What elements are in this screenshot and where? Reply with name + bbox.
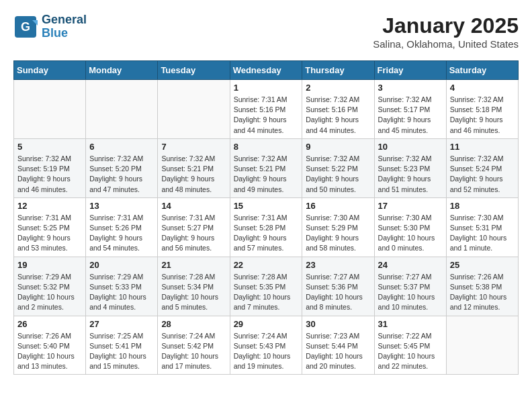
daylight-hours: Daylight: 10 hours and 17 minutes. [161, 352, 218, 370]
calendar-cell: 14 Sunrise: 7:31 AM Sunset: 5:27 PM Dayl… [158, 197, 230, 257]
daylight-hours: Daylight: 10 hours and 8 minutes. [306, 293, 363, 311]
day-info: Sunrise: 7:27 AM Sunset: 5:36 PM Dayligh… [306, 272, 370, 313]
day-info: Sunrise: 7:28 AM Sunset: 5:35 PM Dayligh… [234, 272, 299, 313]
daylight-hours: Daylight: 9 hours and 46 minutes. [17, 175, 71, 193]
calendar-cell: 30 Sunrise: 7:23 AM Sunset: 5:44 PM Dayl… [302, 316, 374, 375]
day-number: 28 [161, 319, 226, 329]
col-friday: Friday [374, 61, 446, 80]
day-info: Sunrise: 7:32 AM Sunset: 5:21 PM Dayligh… [234, 154, 299, 195]
daylight-hours: Daylight: 9 hours and 57 minutes. [234, 234, 287, 252]
calendar-cell: 15 Sunrise: 7:31 AM Sunset: 5:28 PM Dayl… [230, 197, 302, 257]
daylight-hours: Daylight: 10 hours and 2 minutes. [17, 293, 75, 311]
sunset-time: Sunset: 5:31 PM [450, 224, 502, 232]
sunset-time: Sunset: 5:28 PM [234, 224, 286, 232]
sunrise-time: Sunrise: 7:28 AM [161, 273, 215, 281]
calendar-cell: 25 Sunrise: 7:26 AM Sunset: 5:38 PM Dayl… [446, 257, 518, 316]
daylight-hours: Daylight: 9 hours and 48 minutes. [161, 175, 214, 193]
day-number: 24 [378, 260, 443, 270]
daylight-hours: Daylight: 10 hours and 13 minutes. [17, 352, 75, 370]
day-info: Sunrise: 7:31 AM Sunset: 5:26 PM Dayligh… [89, 213, 154, 254]
day-number: 11 [450, 142, 515, 152]
daylight-hours: Daylight: 10 hours and 0 minutes. [378, 234, 435, 252]
day-info: Sunrise: 7:32 AM Sunset: 5:19 PM Dayligh… [17, 154, 82, 195]
sunset-time: Sunset: 5:45 PM [378, 342, 431, 350]
sunset-time: Sunset: 5:32 PM [17, 283, 70, 291]
sunrise-time: Sunrise: 7:22 AM [378, 332, 432, 340]
day-number: 29 [234, 319, 299, 329]
sunrise-time: Sunrise: 7:32 AM [306, 95, 359, 103]
day-number: 13 [89, 201, 154, 211]
day-info: Sunrise: 7:26 AM Sunset: 5:38 PM Dayligh… [450, 272, 515, 313]
day-info: Sunrise: 7:29 AM Sunset: 5:32 PM Dayligh… [17, 272, 82, 313]
sunrise-time: Sunrise: 7:28 AM [234, 273, 287, 281]
sunset-time: Sunset: 5:16 PM [234, 105, 286, 113]
day-number: 2 [306, 83, 370, 93]
calendar-cell [86, 80, 158, 139]
day-number: 4 [450, 83, 515, 93]
calendar-cell: 3 Sunrise: 7:32 AM Sunset: 5:17 PM Dayli… [374, 80, 446, 139]
sunset-time: Sunset: 5:18 PM [450, 105, 502, 113]
week-row-4: 19 Sunrise: 7:29 AM Sunset: 5:32 PM Dayl… [14, 257, 519, 316]
calendar-cell: 26 Sunrise: 7:26 AM Sunset: 5:40 PM Dayl… [14, 316, 86, 375]
day-number: 27 [89, 319, 154, 329]
page-header: G General Blue January 2025 Salina, Okla… [13, 13, 519, 50]
day-number: 9 [306, 142, 370, 152]
day-number: 16 [306, 201, 370, 211]
daylight-hours: Daylight: 9 hours and 44 minutes. [234, 116, 287, 134]
sunset-time: Sunset: 5:30 PM [378, 224, 431, 232]
daylight-hours: Daylight: 10 hours and 7 minutes. [234, 293, 291, 311]
sunset-time: Sunset: 5:20 PM [89, 165, 142, 173]
calendar-cell: 13 Sunrise: 7:31 AM Sunset: 5:26 PM Dayl… [86, 197, 158, 257]
day-info: Sunrise: 7:29 AM Sunset: 5:33 PM Dayligh… [89, 272, 154, 313]
daylight-hours: Daylight: 10 hours and 19 minutes. [234, 352, 291, 370]
day-info: Sunrise: 7:30 AM Sunset: 5:31 PM Dayligh… [450, 213, 515, 254]
daylight-hours: Daylight: 10 hours and 4 minutes. [89, 293, 146, 311]
sunset-time: Sunset: 5:21 PM [234, 165, 286, 173]
calendar-cell [446, 316, 518, 375]
month-title: January 2025 [373, 13, 519, 38]
col-wednesday: Wednesday [230, 61, 302, 80]
day-info: Sunrise: 7:28 AM Sunset: 5:34 PM Dayligh… [161, 272, 226, 313]
sunrise-time: Sunrise: 7:32 AM [161, 154, 215, 163]
sunset-time: Sunset: 5:40 PM [17, 342, 70, 350]
calendar-cell: 19 Sunrise: 7:29 AM Sunset: 5:32 PM Dayl… [14, 257, 86, 316]
daylight-hours: Daylight: 10 hours and 1 minute. [450, 234, 507, 252]
calendar-cell: 7 Sunrise: 7:32 AM Sunset: 5:21 PM Dayli… [158, 138, 230, 197]
day-number: 12 [17, 201, 82, 211]
sunset-time: Sunset: 5:21 PM [161, 165, 214, 173]
col-monday: Monday [86, 61, 158, 80]
daylight-hours: Daylight: 10 hours and 12 minutes. [450, 293, 507, 311]
day-info: Sunrise: 7:32 AM Sunset: 5:20 PM Dayligh… [89, 154, 154, 195]
day-info: Sunrise: 7:32 AM Sunset: 5:23 PM Dayligh… [378, 154, 443, 195]
calendar-cell: 10 Sunrise: 7:32 AM Sunset: 5:23 PM Dayl… [374, 138, 446, 197]
calendar-cell: 17 Sunrise: 7:30 AM Sunset: 5:30 PM Dayl… [374, 197, 446, 257]
calendar-cell: 1 Sunrise: 7:31 AM Sunset: 5:16 PM Dayli… [230, 80, 302, 139]
sunrise-time: Sunrise: 7:32 AM [89, 154, 143, 163]
sunset-time: Sunset: 5:16 PM [306, 105, 358, 113]
calendar-cell: 24 Sunrise: 7:27 AM Sunset: 5:37 PM Dayl… [374, 257, 446, 316]
calendar-cell [14, 80, 86, 139]
day-info: Sunrise: 7:24 AM Sunset: 5:42 PM Dayligh… [161, 331, 226, 372]
day-info: Sunrise: 7:32 AM Sunset: 5:16 PM Dayligh… [306, 95, 370, 136]
calendar-header-row: Sunday Monday Tuesday Wednesday Thursday… [14, 61, 519, 80]
daylight-hours: Daylight: 9 hours and 47 minutes. [89, 175, 142, 193]
day-info: Sunrise: 7:22 AM Sunset: 5:45 PM Dayligh… [378, 331, 443, 372]
sunrise-time: Sunrise: 7:32 AM [450, 154, 504, 163]
calendar-cell: 31 Sunrise: 7:22 AM Sunset: 5:45 PM Dayl… [374, 316, 446, 375]
sunset-time: Sunset: 5:22 PM [306, 165, 358, 173]
sunrise-time: Sunrise: 7:24 AM [234, 332, 287, 340]
day-number: 26 [17, 319, 82, 329]
day-number: 15 [234, 201, 299, 211]
location-subtitle: Salina, Oklahoma, United States [373, 38, 519, 50]
day-info: Sunrise: 7:31 AM Sunset: 5:25 PM Dayligh… [17, 213, 82, 254]
calendar-cell: 11 Sunrise: 7:32 AM Sunset: 5:24 PM Dayl… [446, 138, 518, 197]
day-number: 25 [450, 260, 515, 270]
day-info: Sunrise: 7:32 AM Sunset: 5:17 PM Dayligh… [378, 95, 443, 136]
daylight-hours: Daylight: 9 hours and 56 minutes. [161, 234, 214, 252]
sunset-time: Sunset: 5:25 PM [17, 224, 70, 232]
daylight-hours: Daylight: 9 hours and 45 minutes. [378, 116, 431, 134]
daylight-hours: Daylight: 9 hours and 52 minutes. [450, 175, 503, 193]
sunset-time: Sunset: 5:38 PM [450, 283, 502, 291]
day-info: Sunrise: 7:32 AM Sunset: 5:22 PM Dayligh… [306, 154, 370, 195]
sunrise-time: Sunrise: 7:32 AM [306, 154, 359, 163]
